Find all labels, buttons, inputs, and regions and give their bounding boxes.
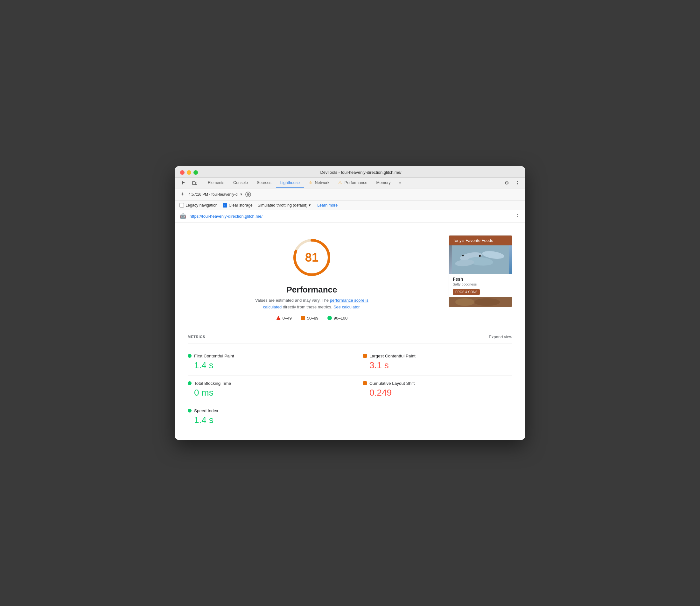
clear-storage-checkbox[interactable]: Clear storage	[223, 203, 252, 208]
good-icon	[328, 316, 332, 320]
tab-console[interactable]: Console	[229, 178, 252, 188]
metric-fcp-name-row: First Contentful Paint	[188, 354, 344, 358]
more-options-icon[interactable]: ⋮	[513, 178, 523, 188]
url-display: https://foul-heavenly-direction.glitch.m…	[190, 214, 512, 219]
lighthouse-icon: 🤖	[179, 213, 187, 219]
score-section: 81 Performance Values are estimated and …	[188, 229, 512, 327]
cls-label: Cumulative Layout Shift	[369, 381, 415, 386]
minimize-button[interactable]	[187, 170, 191, 175]
add-audit-button[interactable]: +	[179, 190, 186, 198]
metric-tbt-name-row: Total Blocking Time	[188, 381, 344, 386]
close-button[interactable]	[180, 170, 185, 175]
learn-more-link[interactable]: Learn more	[317, 203, 338, 208]
metric-lcp: Largest Contentful Paint 3.1 s	[350, 349, 512, 376]
tbt-value: 0 ms	[194, 388, 344, 398]
tab-network[interactable]: ⚠ Network	[304, 178, 334, 188]
devtools-window: DevTools - foul-heavenly-direction.glitc…	[175, 166, 525, 440]
performance-warning-icon: ⚠	[338, 181, 342, 185]
tab-lighthouse[interactable]: Lighthouse	[276, 178, 304, 188]
timestamp-dropdown[interactable]: ▼	[240, 192, 243, 196]
si-indicator	[188, 409, 192, 413]
lcp-label: Largest Contentful Paint	[369, 354, 415, 358]
legend-average: 50–89	[301, 316, 318, 321]
traffic-lights	[180, 170, 198, 175]
cursor-icon[interactable]	[177, 178, 189, 188]
svg-point-12	[455, 298, 475, 306]
main-content: 81 Performance Values are estimated and …	[175, 223, 525, 440]
svg-point-13	[475, 298, 500, 306]
preview-body: Fesh Salty goodness PROS & CONS	[449, 274, 512, 297]
preview-bottom-svg	[449, 297, 512, 307]
tab-separator	[202, 180, 202, 186]
url-more-button[interactable]: ⋮	[515, 213, 521, 219]
options-bar: Legacy navigation Clear storage Simulate…	[175, 201, 525, 210]
metric-fcp: First Contentful Paint 1.4 s	[188, 349, 350, 376]
legend-fail: 0–49	[276, 316, 292, 321]
tbt-label: Total Blocking Time	[194, 381, 231, 386]
si-label: Speed Index	[194, 409, 218, 413]
title-bar: DevTools - foul-heavenly-direction.glitc…	[175, 166, 525, 178]
lcp-value: 3.1 s	[369, 360, 506, 371]
metric-si-name-row: Speed Index	[188, 409, 344, 413]
svg-point-9	[479, 255, 481, 257]
performance-gauge: 81	[290, 235, 334, 280]
svg-rect-0	[193, 181, 195, 185]
record-button[interactable]	[245, 192, 251, 197]
average-icon	[301, 316, 305, 320]
score-left: 81 Performance Values are estimated and …	[188, 235, 436, 321]
clear-storage-cb[interactable]	[223, 203, 227, 208]
metric-cls: Cumulative Layout Shift 0.249	[350, 376, 512, 403]
metric-lcp-name-row: Largest Contentful Paint	[363, 354, 506, 358]
settings-icon[interactable]: ⚙	[502, 178, 511, 188]
legend-good: 90–100	[328, 316, 347, 321]
fail-icon	[276, 316, 281, 320]
cls-value: 0.249	[369, 388, 506, 398]
fcp-value: 1.4 s	[194, 360, 344, 371]
legacy-nav-cb[interactable]	[179, 203, 184, 208]
throttling-select[interactable]: Simulated throttling (default) ▾	[258, 203, 311, 208]
metrics-divider	[188, 343, 512, 344]
metrics-grid: First Contentful Paint 1.4 s Largest Con…	[188, 349, 512, 430]
preview-card-header: Tony's Favorite Foods	[449, 235, 512, 246]
legacy-nav-checkbox[interactable]: Legacy navigation	[179, 203, 218, 208]
secondary-toolbar: + 4:57:16 PM - foul-heavenly-di ▼	[175, 188, 525, 201]
fish-image-svg	[452, 246, 509, 274]
lcp-indicator	[363, 354, 367, 358]
tab-memory[interactable]: Memory	[372, 178, 395, 188]
tabs-right-actions: ⚙ ⋮	[502, 178, 523, 188]
preview-bottom-image	[449, 297, 512, 307]
window-title: DevTools - foul-heavenly-direction.glitc…	[202, 170, 520, 175]
si-value: 1.4 s	[194, 415, 344, 425]
calculator-link[interactable]: See calculator.	[334, 305, 361, 309]
svg-rect-1	[195, 182, 197, 185]
cls-indicator	[363, 381, 367, 385]
metric-si: Speed Index 1.4 s	[188, 403, 350, 430]
preview-image	[449, 246, 512, 274]
fcp-indicator	[188, 354, 192, 358]
preview-card: Tony's Favorite Foods	[449, 235, 512, 307]
tab-more[interactable]: »	[396, 178, 405, 188]
metrics-section-label: METRICS	[188, 335, 205, 339]
fcp-label: First Contentful Paint	[194, 354, 234, 358]
device-toolbar-icon[interactable]	[189, 178, 200, 188]
devtools-tabs-bar: Elements Console Sources Lighthouse ⚠ Ne…	[175, 178, 525, 188]
pros-cons-button[interactable]: PROS & CONS	[453, 289, 480, 295]
audit-timestamp: 4:57:16 PM - foul-heavenly-di ▼	[189, 192, 243, 197]
tbt-indicator	[188, 381, 192, 385]
tab-elements[interactable]: Elements	[203, 178, 229, 188]
maximize-button[interactable]	[193, 170, 198, 175]
expand-view-button[interactable]: Expand view	[489, 334, 512, 339]
preview-item-desc: Salty goodness	[453, 282, 508, 286]
score-legend: 0–49 50–89 90–100	[276, 316, 347, 321]
performance-title: Performance	[287, 285, 337, 295]
gauge-score: 81	[305, 251, 318, 264]
record-inner	[247, 193, 249, 196]
performance-description: Values are estimated and may vary. The p…	[248, 297, 376, 311]
metrics-header: METRICS Expand view	[188, 334, 512, 339]
network-warning-icon: ⚠	[309, 181, 312, 185]
tab-performance[interactable]: ⚠ Performance	[334, 178, 372, 188]
url-bar: 🤖 https://foul-heavenly-direction.glitch…	[175, 210, 525, 223]
svg-point-10	[462, 255, 464, 257]
tab-sources[interactable]: Sources	[252, 178, 276, 188]
preview-item-name: Fesh	[453, 277, 508, 282]
